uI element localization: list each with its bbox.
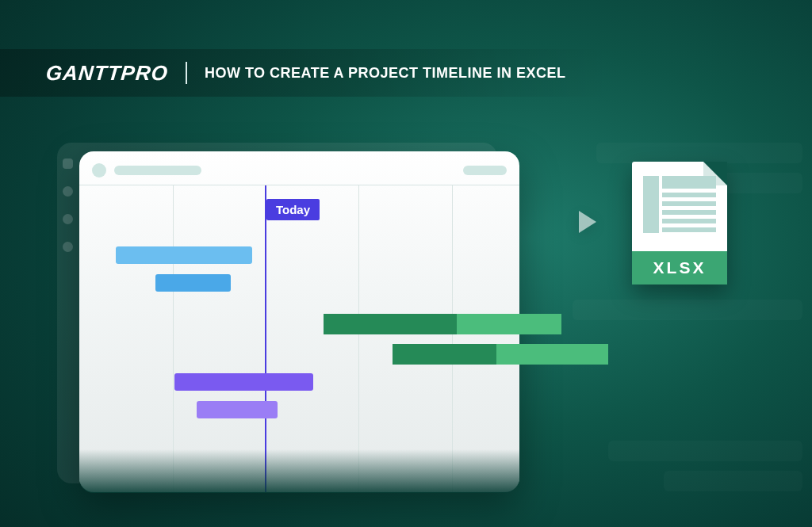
sidebar-icons — [63, 158, 73, 252]
toolbar-placeholder — [114, 166, 201, 175]
brand-logo: GANTTPRO — [45, 61, 170, 86]
task-bar — [174, 373, 313, 391]
file-sheet-graphic — [643, 176, 716, 233]
bg-shade-row — [608, 441, 802, 461]
toolbar-separator — [79, 185, 519, 185]
file-extension-label: XLSX — [632, 251, 727, 285]
bg-shade-row — [596, 143, 802, 163]
sidebar-icon — [63, 242, 73, 252]
task-bar — [155, 274, 231, 292]
page-title: HOW TO CREATE A PROJECT TIMELINE IN EXCE… — [205, 65, 566, 82]
bg-shade-row — [573, 300, 802, 320]
sidebar-icon — [63, 214, 73, 224]
page-header: GANTTPRO HOW TO CREATE A PROJECT TIMELIN… — [0, 49, 611, 97]
today-marker-line — [265, 185, 266, 492]
today-marker-label: Today — [266, 199, 320, 220]
toolbar-dot-icon — [92, 163, 106, 178]
task-bar — [197, 401, 278, 418]
task-bar — [116, 246, 252, 264]
gantt-toolbar — [92, 162, 507, 178]
grid-line — [358, 185, 359, 492]
grid-line — [452, 185, 453, 492]
grid-line — [173, 185, 174, 492]
sidebar-icon — [63, 186, 73, 197]
task-bar-extended — [324, 314, 561, 334]
export-arrow-icon — [579, 211, 596, 233]
task-bar-extended — [393, 344, 608, 365]
bg-shade-row — [664, 471, 802, 491]
xlsx-file-icon: XLSX — [632, 162, 727, 285]
toolbar-placeholder — [463, 166, 507, 175]
header-divider — [186, 62, 187, 84]
sidebar-icon — [63, 158, 73, 169]
